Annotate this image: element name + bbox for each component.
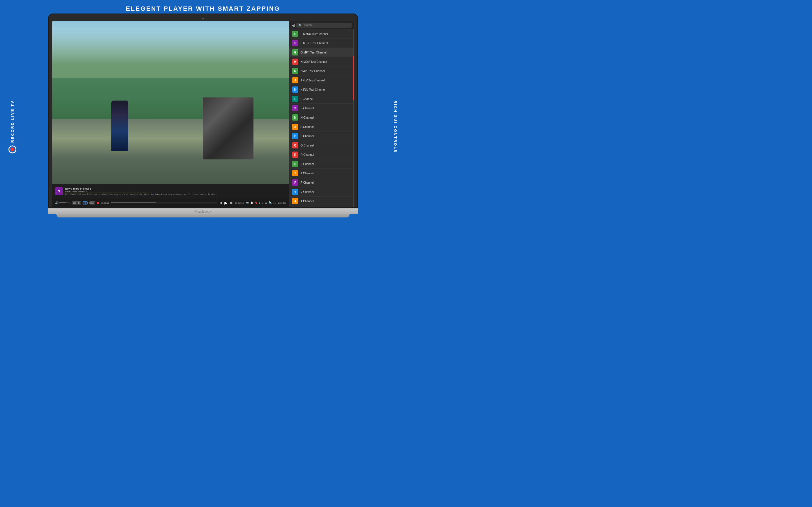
channel-item[interactable]: AA Channel (289, 122, 354, 131)
left-side-label: RECORD LIVE TV (8, 100, 16, 153)
channel-item[interactable]: SS Channel (289, 104, 354, 113)
macbook-base: MacBook (48, 208, 358, 214)
channel-item[interactable]: LL Channel (289, 94, 354, 104)
channel-item[interactable]: EE M3U8 Test Channel (289, 29, 354, 39)
channel-name: F Channel (301, 181, 313, 184)
channel-name: N Channel (301, 116, 314, 119)
channel-badge: A (292, 124, 298, 130)
channel-name: T Channel (301, 172, 313, 175)
channel-badge: S (292, 161, 298, 167)
channel-name: N AVI Test Channel (301, 69, 325, 73)
fps-display: 23.1 fps (278, 202, 286, 204)
scrollbar-track[interactable] (353, 29, 354, 207)
quality-hd-badge[interactable]: HD (83, 202, 88, 205)
channel-badge: G (55, 187, 63, 195)
channel-item[interactable]: RR Channel (289, 150, 354, 159)
info-bar: G Now : Tears of steel 1 Next : Tears of… (52, 184, 289, 199)
search-box[interactable]: 🔍 Search (296, 23, 352, 27)
channel-item[interactable]: VV Channel (289, 187, 354, 196)
channel-name: K FLV Test Channel (301, 88, 325, 91)
search-placeholder: Search (303, 24, 312, 27)
channel-badge: S (292, 105, 298, 111)
info-icon[interactable]: ℹ (259, 202, 260, 204)
channel-item[interactable]: FF Channel (289, 178, 354, 187)
info-text: Now : Tears of steel 1 Next : Tears of s… (65, 187, 286, 195)
channel-item[interactable]: NN AVI Test Channel (289, 66, 354, 76)
playlist-icon[interactable]: 📋 (250, 202, 253, 204)
channel-badge: K (292, 87, 298, 93)
channel-name: H MOV Test Channel (301, 60, 327, 63)
channel-badge: G (292, 49, 298, 55)
channel-item[interactable]: HH MOV Test Channel (289, 57, 354, 66)
scrollbar-thumb (353, 56, 354, 101)
quality-hw-badge[interactable]: HW (89, 202, 95, 205)
right-label-text: RICH GUI CONTROLS (393, 101, 398, 153)
channel-badge: N (292, 68, 298, 74)
macbook-screen: G Now : Tears of steel 1 Next : Tears of… (52, 21, 354, 207)
volume-control[interactable]: 🔊 (55, 202, 70, 204)
skip-forward-button[interactable]: ⏭ (230, 201, 233, 205)
channel-name: R Channel (301, 153, 314, 156)
fullscreen-icon[interactable]: ⛶ (273, 202, 276, 204)
channel-list-wrapper: EE M3U8 Test ChannelFF RTSP Test Channel… (289, 29, 354, 207)
channel-badge: T (292, 170, 298, 176)
play-button[interactable]: ▶ (224, 201, 227, 205)
record-button[interactable] (97, 202, 99, 204)
right-side-label: RICH GUI CONTROLS (393, 101, 398, 153)
channel-item[interactable]: GG MP4 Test Channel (289, 48, 354, 57)
seek-bar[interactable] (111, 203, 217, 203)
channel-badge: A (292, 198, 298, 204)
channel-badge: Q (292, 142, 298, 149)
settings-icon[interactable]: ⚙ (261, 202, 264, 204)
channel-name: S Channel (301, 163, 314, 166)
channel-badge: H (292, 59, 298, 65)
channel-item[interactable]: TT Channel (289, 169, 354, 178)
channel-badge: F (292, 40, 298, 46)
channel-item[interactable]: PP Channel (289, 131, 354, 141)
channel-badge: J (292, 77, 298, 83)
list-icon[interactable]: ☰ (265, 202, 267, 204)
channel-item[interactable]: KK FLV Test Channel (289, 85, 354, 94)
snapshot-icon[interactable]: 📷 (246, 202, 249, 204)
search-icon: 🔍 (299, 24, 302, 27)
channel-name: E M3U8 Test Channel (301, 33, 328, 36)
skip-back-button[interactable]: ⏮ (219, 201, 222, 205)
channel-badge: F (292, 179, 298, 186)
volume-icon: 🔊 (55, 202, 58, 204)
macbook-logo: MacBook (194, 209, 211, 214)
channel-name: P Channel (301, 135, 314, 138)
back-button[interactable]: ◀ (292, 23, 295, 27)
description: 2012 Short Film/Science FictionIn an apo… (65, 193, 286, 195)
channel-list: EE M3U8 Test ChannelFF RTSP Test Channel… (289, 29, 354, 206)
volume-bar[interactable] (59, 203, 70, 203)
record-icon (8, 146, 16, 154)
bottom-tools: 📷 📋 🔖 ℹ ⚙ ☰ 📡 ⛶ 23.1 fps (246, 202, 286, 204)
cast-icon[interactable]: 📡 (269, 202, 272, 204)
channel-badge: V (292, 189, 298, 195)
player-area: G Now : Tears of steel 1 Next : Tears of… (52, 21, 289, 207)
channel-name: Q Channel (301, 144, 314, 147)
channel-item[interactable]: AA Channel (289, 196, 354, 206)
channel-name: S Channel (301, 107, 314, 110)
progress-bar[interactable] (52, 192, 289, 192)
camera (202, 18, 204, 19)
controls-bar: 🔊 720 HD HD HW 00:05:01 (52, 199, 289, 207)
channel-name: J FLV Test Channel (301, 79, 325, 82)
channel-name: A Channel (301, 200, 313, 203)
channel-name: V Channel (301, 190, 314, 193)
channel-item[interactable]: NN Channel (289, 113, 354, 122)
bookmark-icon[interactable]: 🔖 (255, 202, 258, 204)
channel-item[interactable]: JJ FLV Test Channel (289, 76, 354, 85)
channel-badge: L (292, 96, 298, 102)
channel-badge: E (292, 31, 298, 37)
time-current: 00:05:01 (101, 202, 109, 204)
channel-item[interactable]: SS Channel (289, 159, 354, 169)
channel-badge: N (292, 114, 298, 121)
channel-item[interactable]: FF RTSP Test Channel (289, 39, 354, 48)
movie-scene (52, 21, 289, 184)
channel-sidebar: ◀ 🔍 Search EE M3U8 Test ChannelFF RTSP T… (289, 21, 354, 207)
macbook-foot (56, 214, 350, 217)
quality-720hd-badge[interactable]: 720 HD (72, 202, 81, 205)
channel-item[interactable]: QQ Channel (289, 141, 354, 150)
video-frame (52, 21, 289, 184)
